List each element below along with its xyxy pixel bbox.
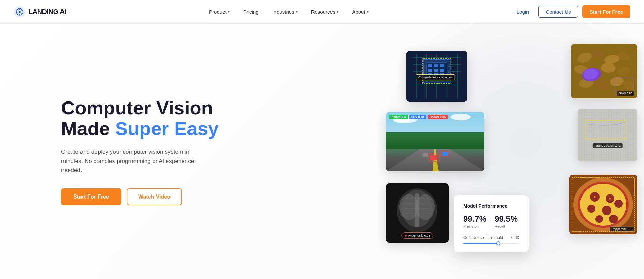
recall-metric: 99.5% Recall — [495, 214, 518, 228]
svg-rect-51 — [386, 132, 484, 149]
nav-actions: Login Contact Us Start For Free — [511, 5, 630, 18]
svg-rect-24 — [428, 64, 432, 67]
svg-rect-27 — [428, 69, 432, 72]
xray-dot — [405, 235, 407, 237]
hero-description: Create and deploy your computer vision s… — [61, 147, 204, 175]
svg-rect-28 — [434, 69, 438, 72]
svg-rect-26 — [440, 64, 444, 67]
login-button[interactable]: Login — [511, 6, 535, 17]
svg-point-145 — [594, 196, 596, 198]
confidence-slider-fill — [463, 243, 498, 244]
pizza-image — [569, 175, 637, 234]
model-performance-card: Model Performance 99.7% Precision 99.5% … — [454, 195, 529, 252]
chevron-down-icon: ▾ — [228, 10, 230, 14]
hero-visuals: Completeness inspection — [379, 44, 644, 275]
suv-tag: SUV 0.84 — [409, 115, 427, 119]
svg-point-144 — [609, 215, 618, 223]
almond-detection-label: Shell 0.98 — [617, 91, 634, 96]
fabric-detection-label: Fabric scratch 0.72 — [592, 143, 623, 148]
pizza-detection-label: Pepperoni 0.78 — [610, 227, 634, 231]
confidence-slider-track[interactable] — [463, 243, 519, 244]
svg-rect-62 — [578, 109, 637, 161]
threshold-label-row: Confidence Threshold 0.63 — [463, 235, 519, 240]
svg-point-141 — [602, 206, 611, 215]
model-card-title: Model Performance — [463, 203, 519, 209]
svg-point-143 — [595, 215, 603, 223]
xray-detection-label: Pneumonia 0.08 — [401, 232, 433, 239]
svg-point-142 — [614, 200, 623, 208]
nav-pricing[interactable]: Pricing — [238, 6, 264, 17]
logo[interactable]: LANDING AI — [14, 6, 66, 18]
start-free-nav-button[interactable]: Start For Free — [582, 5, 630, 18]
nav-resources[interactable]: Resources ▾ — [306, 6, 344, 17]
almond-image — [571, 44, 637, 98]
pcb-card: Completeness inspection — [406, 51, 467, 102]
pickup-tag: Pickup 1.0 — [389, 115, 408, 119]
svg-rect-29 — [440, 69, 444, 72]
nav-links: Product ▾ Pricing Industries ▾ Resources… — [203, 6, 374, 17]
threshold-value: 0.63 — [511, 235, 519, 240]
svg-rect-55 — [442, 152, 448, 156]
hero-title: Computer Vision Made Super Easy — [61, 97, 219, 139]
recall-label: Recall — [495, 224, 518, 228]
nav-product[interactable]: Product ▾ — [203, 6, 235, 17]
chevron-down-icon: ▾ — [337, 10, 338, 14]
confidence-slider-thumb[interactable] — [496, 241, 500, 245]
nav-about[interactable]: About ▾ — [346, 6, 374, 17]
svg-rect-25 — [434, 64, 438, 67]
pcb-detection-label: Completeness inspection — [416, 74, 455, 80]
logo-text: LANDING AI — [29, 8, 66, 16]
precision-metric: 99.7% Precision — [463, 214, 486, 228]
svg-rect-56 — [423, 153, 428, 157]
xray-card: Pneumonia 0.08 — [386, 183, 449, 243]
hero-content: Computer Vision Made Super Easy Create a… — [61, 97, 219, 206]
nav-industries[interactable]: Industries ▾ — [267, 6, 303, 17]
almond-card: Shell 0.98 — [571, 44, 637, 98]
model-metrics: 99.7% Precision 99.5% Recall — [463, 214, 519, 228]
precision-label: Precision — [463, 224, 486, 228]
chevron-down-icon: ▾ — [296, 10, 298, 14]
svg-point-2 — [19, 11, 21, 13]
recall-value: 99.5% — [495, 214, 518, 224]
start-free-hero-button[interactable]: Start For Free — [61, 188, 121, 205]
svg-point-61 — [450, 114, 471, 120]
chevron-down-icon: ▾ — [367, 10, 369, 14]
fabric-image — [578, 109, 637, 161]
road-detection-tags: Pickup 1.0 SUV 0.84 Sedan 0.66 — [389, 115, 448, 119]
svg-point-146 — [609, 198, 611, 200]
threshold-text: Confidence Threshold — [463, 235, 503, 240]
svg-rect-54 — [430, 155, 437, 160]
contact-button[interactable]: Contact Us — [538, 6, 578, 18]
fabric-card: Fabric scratch 0.72 — [578, 109, 637, 161]
road-card: Pickup 1.0 SUV 0.84 Sedan 0.66 — [386, 112, 484, 171]
watch-video-button[interactable]: Watch Video — [127, 188, 182, 205]
svg-point-140 — [587, 205, 595, 213]
sedan-tag: Sedan 0.66 — [428, 115, 448, 119]
logo-icon — [14, 6, 26, 18]
svg-rect-133 — [415, 193, 419, 227]
navbar: LANDING AI Product ▾ Pricing Industries … — [0, 0, 644, 24]
precision-value: 99.7% — [463, 214, 486, 224]
road-image — [386, 112, 484, 171]
pizza-card: Pepperoni 0.78 — [569, 175, 637, 234]
hero-buttons: Start For Free Watch Video — [61, 188, 219, 205]
hero-section: Computer Vision Made Super Easy Create a… — [0, 24, 644, 279]
